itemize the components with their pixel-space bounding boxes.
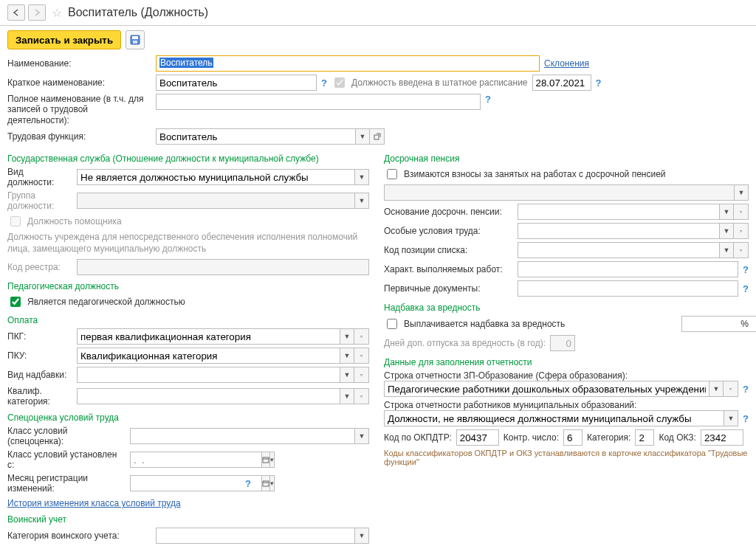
cond-class-date-input[interactable] [130,452,261,468]
change-month-combo[interactable]: ▾ [130,475,241,491]
qual-category-combo[interactable]: ▼ ▫ [77,388,369,404]
cond-class-date-combo[interactable]: ▾ [130,452,241,468]
is-ped-checkbox[interactable] [10,297,21,307]
pku-dropdown-btn[interactable]: ▼ [340,348,354,364]
mun-row-help-icon[interactable]: ? [743,413,749,424]
pension-basis-open-btn[interactable]: ▫ [734,204,749,220]
declensions-link[interactable]: Склонения [544,58,589,69]
pension-contrib-checkbox[interactable] [387,169,397,179]
gov-section-title: Государственная служба (Отношение должно… [7,153,369,164]
in-staff-date-input[interactable] [532,75,591,91]
cond-class-input[interactable] [130,428,354,444]
edu-row-label: Строка отчетности ЗП-Образование (Сфера … [384,370,749,381]
list-pos-dropdown-btn[interactable]: ▼ [719,242,734,258]
position-kind-combo[interactable]: ▼ [77,169,369,185]
change-month-cal-btn[interactable] [261,475,270,491]
in-staff-help-icon[interactable]: ? [596,77,602,89]
harm-paid-checkbox[interactable] [387,319,397,329]
nav-back-button[interactable] [7,4,25,21]
pkg-input[interactable] [77,328,340,345]
special-cond-open-btn[interactable]: ▫ [734,223,749,239]
in-staff-checkbox [334,77,345,88]
pku-combo[interactable]: ▼ ▫ [77,348,369,364]
position-group-dropdown-btn: ▼ [354,193,369,209]
mil-category-dropdown-btn[interactable]: ▼ [354,528,369,544]
special-cond-input[interactable] [518,223,719,239]
labor-function-input[interactable] [156,128,355,145]
edu-row-help-icon[interactable]: ? [743,384,749,395]
pension-basis-combo[interactable]: ▼ ▫ [518,204,749,220]
qual-category-dropdown-btn[interactable]: ▼ [340,388,354,404]
mil-section-title: Воинский учет [7,514,369,525]
classifier-hint: Коды классификаторов ОКПДТР и ОКЗ устана… [384,449,749,466]
reestr-code-input [77,259,369,275]
save-button[interactable] [126,30,145,49]
work-char-help-icon[interactable]: ? [743,264,749,275]
change-month-clear-btn[interactable]: ▾ [270,475,275,491]
cond-class-date-clear-btn[interactable]: ▾ [270,452,275,468]
short-name-help-icon[interactable]: ? [321,77,327,89]
labor-function-dropdown-btn[interactable]: ▼ [355,128,370,145]
allowance-kind-combo[interactable]: ▼ ▫ [77,367,369,383]
calendar-icon [262,456,269,463]
short-name-input[interactable] [156,75,317,91]
edu-row-open-btn[interactable]: ▫ [724,381,738,397]
labor-function-combo[interactable]: ▼ [156,128,385,145]
pension-basis-dropdown-btn[interactable]: ▼ [719,204,734,220]
svg-rect-2 [133,41,137,44]
allowance-kind-open-btn[interactable]: ▫ [354,367,369,383]
position-kind-input[interactable] [77,169,354,185]
labor-function-open-btn[interactable] [370,128,385,145]
cond-class-combo[interactable]: ▼ [130,428,369,444]
edu-row-combo[interactable]: ▼ ▫ [384,381,738,397]
change-month-input[interactable] [130,475,261,491]
full-name-help-icon[interactable]: ? [485,94,491,105]
favorite-star-icon[interactable]: ☆ [52,6,62,20]
pkg-dropdown-btn[interactable]: ▼ [340,328,354,345]
list-pos-input[interactable] [518,242,719,258]
pension-rate-input [384,184,734,201]
mun-row-dropdown-btn[interactable]: ▼ [724,410,738,426]
nav-forward-button[interactable] [28,4,46,21]
okz-input[interactable] [701,429,743,446]
change-month-help-icon[interactable]: ? [245,478,251,489]
pku-open-btn[interactable]: ▫ [354,348,369,364]
pkg-combo[interactable]: ▼ ▫ [77,328,369,345]
cond-class-dropdown-btn[interactable]: ▼ [354,428,369,444]
position-kind-dropdown-btn[interactable]: ▼ [354,169,369,185]
pension-rate-dropdown-btn[interactable]: ▼ [734,184,749,201]
control-number-input[interactable] [563,429,583,446]
primary-docs-input[interactable] [518,280,738,297]
primary-docs-help-icon[interactable]: ? [743,283,749,294]
allowance-kind-dropdown-btn[interactable]: ▼ [340,367,354,383]
pku-input[interactable] [77,348,340,364]
class-history-link[interactable]: История изменения класса условий труда [7,498,181,508]
list-pos-combo[interactable]: ▼ ▫ [518,242,749,258]
qual-category-open-btn[interactable]: ▫ [354,388,369,404]
category-input[interactable] [635,429,654,446]
special-cond-dropdown-btn[interactable]: ▼ [719,223,734,239]
allowance-kind-input[interactable] [77,367,340,383]
edu-row-input[interactable] [384,381,709,397]
pkg-open-btn[interactable]: ▫ [354,328,369,345]
harm-pct: % [740,319,749,329]
pension-rate-combo[interactable]: ▼ [384,184,749,201]
pension-basis-input[interactable] [518,204,719,220]
qual-category-input[interactable] [77,388,340,404]
mil-category-input[interactable] [156,528,354,544]
mun-row-input[interactable] [384,410,724,426]
okpdtr-input[interactable] [456,429,499,446]
work-char-input[interactable] [518,261,738,277]
special-cond-combo[interactable]: ▼ ▫ [518,223,749,239]
save-and-close-button[interactable]: Записать и закрыть [7,30,121,49]
edu-row-dropdown-btn[interactable]: ▼ [709,381,724,397]
list-pos-open-btn[interactable]: ▫ [734,242,749,258]
okz-label: Код ОКЗ: [659,432,696,443]
pension-contrib-label: Взимаются взносы за занятых на работах с… [404,169,666,179]
full-name-input[interactable] [156,94,481,110]
cond-class-date-cal-btn[interactable] [261,452,270,468]
harm-value-combo[interactable]: ▦ [681,316,736,332]
mil-category-combo[interactable]: ▼ [156,528,369,544]
name-input[interactable]: Воспитатель [156,55,540,72]
mun-row-combo[interactable]: ▼ [384,410,738,426]
